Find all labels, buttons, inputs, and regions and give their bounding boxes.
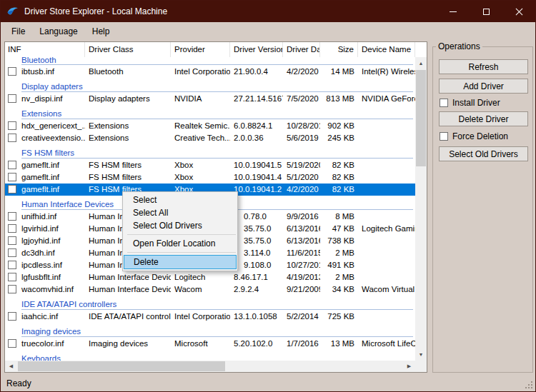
menu-help[interactable]: Help [85,24,117,39]
row-checkbox[interactable] [8,185,16,194]
context-menu-item-delete[interactable]: Delete [124,255,237,269]
table-row[interactable]: gameflt.infFS HSM filtersXbox10.0.19041.… [5,159,415,171]
window-controls [437,1,535,22]
column-header-driver-version[interactable]: Driver Version [230,42,283,57]
column-header-device-name[interactable]: Device Name [358,42,415,57]
inf-name: gameflt.inf [21,161,59,169]
row-checkbox[interactable] [8,173,16,181]
scroll-left-arrow[interactable] [5,361,17,372]
vertical-scrollbar-thumb[interactable] [416,70,426,166]
select-old-drivers-button[interactable]: Select Old Drivers [439,146,528,161]
resize-grip-icon[interactable] [525,381,534,390]
menu-language[interactable]: Language [32,24,84,39]
inf-name: unifhid.inf [21,212,56,221]
title-bar[interactable]: Driver Store Explorer - Local Machine [1,1,535,22]
operations-title: Operations [436,41,482,51]
table-row[interactable]: lgfusbflt.infHuman Interface DevicesLogi… [5,271,415,283]
close-button[interactable] [502,1,535,22]
cell: 6/13/2016 [283,235,320,247]
cell: 1/7/2016 [283,338,320,350]
context-menu-item-select[interactable]: Select [123,194,237,206]
force-deletion-checkbox[interactable]: Force Deletion [440,131,508,141]
row-checkbox[interactable] [8,248,16,257]
cell: Extensions [85,132,171,144]
inf-name: iaahcic.inf [21,312,58,321]
maximize-button[interactable] [470,1,502,22]
table-row[interactable]: gameflt.infFS HSM filtersXbox10.0.19041.… [5,171,415,184]
cell: 8 MB [320,211,358,223]
row-checkbox[interactable] [8,67,16,76]
context-menu-item-select-old-drivers[interactable]: Select Old Drivers [123,219,237,232]
column-header-driver-date[interactable]: Driver Date [283,42,320,57]
table-row[interactable]: nv_dispi.infDisplay adaptersNVIDIA27.21.… [5,93,415,105]
context-menu-separator [127,234,236,235]
cell: gameflt.inf [5,184,85,196]
column-header-inf[interactable]: INF [5,42,85,57]
cell: Creative Tech... [171,132,230,144]
inf-name: gameflt.inf [21,185,59,194]
minimize-button[interactable] [437,1,470,22]
group-label: Bluetooth [21,57,56,64]
group-label: FS HSM filters [21,149,74,157]
minimize-icon [450,11,457,12]
cell: FS HSM filters [85,171,171,184]
context-menu-item-open-folder-location[interactable]: Open Folder Location [123,237,237,250]
vertical-scrollbar[interactable] [415,57,427,361]
row-checkbox[interactable] [8,285,16,293]
install-driver-checkbox[interactable]: Install Driver [440,98,500,108]
group-header: Extensions [5,105,415,120]
cell: 2.0.0.36 [230,132,283,144]
scroll-up-arrow[interactable] [415,57,427,69]
menu-file[interactable]: File [4,24,32,39]
inf-name: gameflt.inf [21,173,59,181]
context-menu-item-select-all[interactable]: Select All [123,206,237,219]
delete-driver-button[interactable]: Delete Driver [439,111,528,126]
inf-name: lgjoyhid.inf [21,236,60,245]
row-checkbox[interactable] [8,224,16,233]
table-row[interactable]: wacomvhid.infHuman Interface DevicesWaco… [5,283,415,296]
row-checkbox[interactable] [8,134,16,142]
horizontal-scrollbar-thumb[interactable] [18,361,225,371]
horizontal-scrollbar[interactable] [5,361,415,372]
table-row[interactable]: hdx_genericext_...ExtensionsRealtek Semi… [5,120,415,132]
row-checkbox[interactable] [8,212,16,221]
cell: Xbox [171,159,230,171]
table-row[interactable]: iaahcic.infIDE ATA/ATAPI control...Intel… [5,311,415,323]
cell [358,259,415,271]
column-header-size[interactable]: Size [320,42,358,57]
scroll-right-arrow[interactable] [403,361,415,372]
row-checkbox[interactable] [8,273,16,281]
cell: Realtek Semic... [171,120,230,132]
column-header-provider[interactable]: Provider [171,42,230,57]
cell: 82 KB [320,171,358,184]
scrollbar-corner [415,361,427,372]
table-row[interactable]: ibtusb.infBluetoothIntel Corporation21.9… [5,66,415,78]
group-header: FS HSM filters [5,144,415,159]
cell: 5.20.102.0 [230,338,283,350]
row-checkbox[interactable] [8,312,16,321]
cell: Imaging devices [85,338,171,350]
group-header: IDE ATA/ATAPI controllers [5,296,415,311]
row-checkbox[interactable] [8,121,16,130]
cell: 491 KB [320,259,358,271]
table-row[interactable]: creativeextensio...ExtensionsCreative Te… [5,132,415,144]
cell: NVIDIA [171,93,230,105]
row-checkbox[interactable] [8,161,16,169]
row-checkbox[interactable] [8,261,16,269]
cell: hdx_genericext_... [5,120,85,132]
install-driver-checkbox-box[interactable] [440,99,448,107]
group-label: Imaging devices [21,327,81,336]
force-deletion-checkbox-box[interactable] [440,132,448,141]
scroll-down-arrow[interactable] [415,348,427,361]
row-checkbox[interactable] [8,94,16,103]
group-header: Bluetooth [5,57,415,66]
refresh-button[interactable]: Refresh [439,59,528,74]
inf-name: ipcdless.inf [21,261,62,269]
row-checkbox[interactable] [8,339,16,348]
table-row[interactable]: truecolor.infImaging devicesMicrosoft5.2… [5,338,415,350]
cell [358,120,415,132]
column-header-driver-class[interactable]: Driver Class [85,42,171,57]
row-checkbox[interactable] [8,236,16,245]
app-icon [6,6,19,18]
add-driver-button[interactable]: Add Driver [439,79,528,94]
